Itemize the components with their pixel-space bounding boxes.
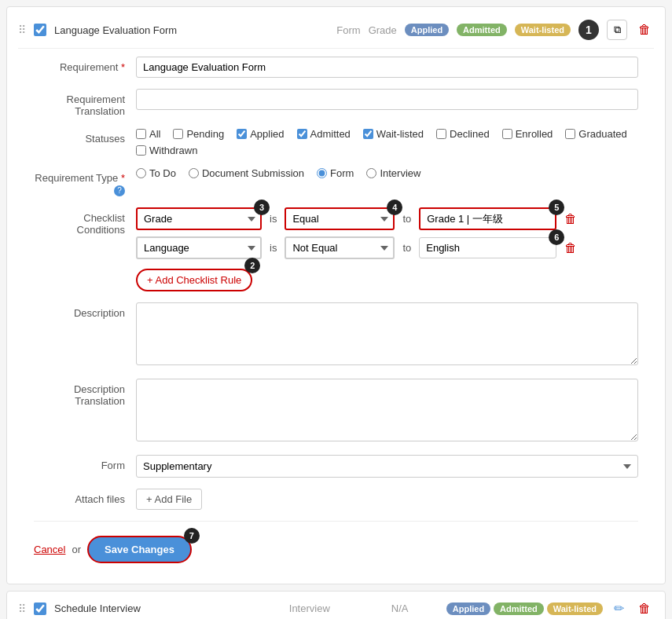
rule1-value-wrapper: 5 <box>419 207 556 230</box>
req-type-label: Form <box>336 24 360 36</box>
schedule-title: Schedule Interview <box>54 603 281 614</box>
rule1-operator-select[interactable]: Equal <box>285 207 395 230</box>
copy-icon-wrapper: ⧉ <box>607 20 627 40</box>
form-select[interactable]: Supplementary <box>136 455 638 478</box>
req-type-options: To Do Document Submission Form Interview <box>136 167 420 179</box>
checklist-container: Grade 3 is Equal 4 to <box>136 207 638 291</box>
description-row: Description <box>34 302 638 368</box>
attach-files-row: Attach files + Add File <box>34 489 638 510</box>
description-textarea[interactable] <box>136 302 638 365</box>
drag-handle-icon[interactable]: ⠿ <box>18 24 26 36</box>
statuses-row: Statuses All Pending Applied <box>34 128 638 156</box>
status-admitted[interactable]: Admitted <box>297 128 351 140</box>
radio-form-input[interactable] <box>317 168 327 178</box>
desc-translation-textarea[interactable] <box>136 379 638 441</box>
status-withdrawn[interactable]: Withdrawn <box>136 145 197 156</box>
status-declined-checkbox[interactable] <box>436 129 446 139</box>
desc-translation-field <box>136 379 638 444</box>
req-type-label: Requirement Type * ? <box>34 167 136 196</box>
status-enrolled[interactable]: Enrolled <box>502 128 553 140</box>
status-all-checkbox[interactable] <box>136 129 146 139</box>
badge-3-overlay: 3 <box>254 200 270 215</box>
radio-document-input[interactable] <box>189 168 199 178</box>
statuses-label: Statuses <box>34 128 136 145</box>
footer-divider <box>34 521 638 522</box>
radio-interview-input[interactable] <box>366 168 376 178</box>
schedule-badge-applied: Applied <box>446 603 490 615</box>
or-text: or <box>72 544 81 555</box>
radio-todo[interactable]: To Do <box>136 167 176 179</box>
header-badge-waitlisted: Wait-listed <box>515 24 571 36</box>
desc-translation-label: Description Translation <box>34 379 136 407</box>
status-withdrawn-checkbox[interactable] <box>136 145 146 156</box>
rule1-field-select[interactable]: Grade <box>136 207 262 230</box>
status-declined[interactable]: Declined <box>436 128 490 140</box>
badge-2-overlay: 2 <box>244 258 260 273</box>
form-select-field: Supplementary <box>136 455 638 478</box>
rule2-is-text: is <box>266 242 280 254</box>
status-waitlisted[interactable]: Wait-listed <box>363 128 424 140</box>
cancel-button[interactable]: Cancel <box>34 544 65 555</box>
radio-form[interactable]: Form <box>317 167 354 179</box>
status-all[interactable]: All <box>136 128 160 140</box>
badge-1-button[interactable]: 1 <box>578 20 599 40</box>
checklist-rule-1: Grade 3 is Equal 4 to <box>136 207 638 230</box>
req-translation-field <box>136 89 638 110</box>
requirement-label: Requirement * <box>34 57 136 73</box>
delete-req-button[interactable]: 🗑 <box>635 21 654 38</box>
status-graduated[interactable]: Graduated <box>565 128 626 140</box>
badge-7-overlay: 7 <box>184 528 200 544</box>
schedule-badges: Applied Admitted Wait-listed <box>446 603 603 615</box>
radio-todo-input[interactable] <box>136 168 146 178</box>
page-wrapper: ⠿ Language Evaluation Form Form Grade Ap… <box>0 6 672 619</box>
form-body: Requirement * Requirement Translation St… <box>18 49 654 510</box>
status-waitlisted-checkbox[interactable] <box>363 129 373 139</box>
rule2-value-wrapper: 6 <box>419 237 556 258</box>
rule2-field-select[interactable]: Language <box>136 236 262 259</box>
req-grade-label: Grade <box>369 24 397 36</box>
schedule-interview-row: ⠿ Schedule Interview Interview N/A Appli… <box>6 591 666 619</box>
add-checklist-rule-button[interactable]: + Add Checklist Rule <box>136 269 252 291</box>
checklist-label: Checklist Conditions <box>34 207 136 236</box>
schedule-drag-handle[interactable]: ⠿ <box>18 603 26 615</box>
copy-button[interactable]: ⧉ <box>607 20 627 40</box>
req-header: ⠿ Language Evaluation Form Form Grade Ap… <box>18 15 654 49</box>
form-footer: Cancel or Save Changes 7 <box>18 525 654 576</box>
rule1-value-input[interactable] <box>419 207 556 230</box>
requirement-row: ⠿ Language Evaluation Form Form Grade Ap… <box>6 6 666 584</box>
save-changes-button[interactable]: Save Changes <box>87 536 192 563</box>
rule2-operator-select[interactable]: Not Equal <box>285 236 395 259</box>
status-applied[interactable]: Applied <box>237 128 284 140</box>
status-enrolled-checkbox[interactable] <box>502 129 512 139</box>
requirement-input[interactable] <box>136 57 638 78</box>
form-select-row: Form Supplementary <box>34 455 638 478</box>
help-icon[interactable]: ? <box>114 185 125 196</box>
req-title: Language Evaluation Form <box>54 24 329 36</box>
rule1-op-wrapper: Equal 4 <box>285 207 395 230</box>
req-checkbox[interactable] <box>34 24 46 36</box>
status-graduated-checkbox[interactable] <box>565 129 575 139</box>
add-file-button[interactable]: + Add File <box>136 489 202 510</box>
schedule-delete-button[interactable]: 🗑 <box>635 600 654 617</box>
req-translation-row: Requirement Translation <box>34 89 638 117</box>
req-translation-label: Requirement Translation <box>34 89 136 117</box>
schedule-checkbox[interactable] <box>34 603 46 615</box>
status-pending-checkbox[interactable] <box>173 129 183 139</box>
radio-document[interactable]: Document Submission <box>189 167 304 179</box>
requirement-field-row: Requirement * <box>34 57 638 78</box>
header-badge-admitted: Admitted <box>457 24 507 36</box>
header-badge-applied: Applied <box>405 24 449 36</box>
status-admitted-checkbox[interactable] <box>297 129 307 139</box>
rule1-delete-button[interactable]: 🗑 <box>561 212 580 226</box>
save-btn-wrapper: Save Changes 7 <box>87 536 192 563</box>
rule2-value-input[interactable] <box>419 237 556 258</box>
schedule-badge-admitted: Admitted <box>494 603 544 615</box>
add-rule-wrapper: + Add Checklist Rule 2 <box>136 266 252 291</box>
status-pending[interactable]: Pending <box>173 128 224 140</box>
radio-interview[interactable]: Interview <box>366 167 420 179</box>
req-translation-input[interactable] <box>136 89 638 110</box>
checklist-rule-2: Language is Not Equal to 6 🗑 <box>136 236 638 259</box>
schedule-edit-button[interactable]: ✏ <box>611 599 627 617</box>
status-applied-checkbox[interactable] <box>237 129 247 139</box>
rule2-delete-button[interactable]: 🗑 <box>561 241 580 255</box>
